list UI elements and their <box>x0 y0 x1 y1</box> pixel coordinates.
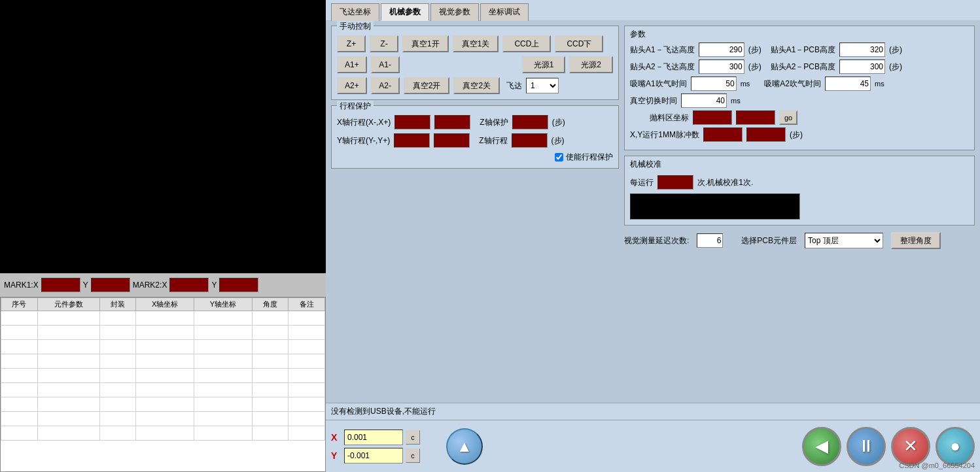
discard-x-input[interactable] <box>693 110 732 125</box>
nozzle-a1-blow-unit: ms <box>741 80 750 88</box>
feida-label: 飞达 <box>506 80 522 92</box>
vacuum-switch-input[interactable] <box>681 93 727 108</box>
param-row-blow: 吸嘴A1吹气时间 ms 吸嘴A2吹气时间 ms <box>630 76 969 91</box>
nozzle-a2-blow-unit: ms <box>875 80 884 88</box>
tab-jixie[interactable]: 机械参数 <box>381 3 429 21</box>
a1-feida-input[interactable] <box>699 42 744 57</box>
a1-minus-button[interactable]: A1- <box>371 56 400 73</box>
pause-button[interactable]: ⏸ <box>847 427 886 466</box>
table-row <box>1 311 325 326</box>
x-stroke-max-input[interactable] <box>434 115 470 129</box>
x-label: X <box>331 432 341 443</box>
light1-button[interactable]: 光源1 <box>522 56 566 73</box>
z-minus-button[interactable]: Z- <box>370 35 398 52</box>
vision-delay-input[interactable] <box>697 233 723 248</box>
xy-pulse-y-input[interactable] <box>746 127 786 142</box>
xy-pulse-x-input[interactable] <box>703 127 743 142</box>
stroke-row-x: X轴行程(X-,X+) Z轴保护 (步) <box>337 115 613 129</box>
back-icon: ◀ <box>815 436 828 456</box>
vacuum2-off-button[interactable]: 真空2关 <box>453 77 500 94</box>
ccd-up-button[interactable]: CCD上 <box>502 35 551 52</box>
stroke-protection-group: 行程保护 X轴行程(X-,X+) Z轴保护 (步) Y轴行程(Y-,Y+) <box>331 105 619 169</box>
a2-minus-button[interactable]: A2- <box>371 77 400 94</box>
a1-plus-button[interactable]: A1+ <box>337 56 367 73</box>
y-coord-row: Y c <box>331 448 420 464</box>
params-block: 参数 贴头A1－飞达高度 (步) 贴头A1－PCB高度 (步) 贴头A2－飞达高… <box>624 25 975 150</box>
a2-pcb-input[interactable] <box>839 59 885 74</box>
right-panel: 飞达坐标 机械参数 视觉参数 坐标调试 手动控制 Z+ Z- 真空1开 真空1关 <box>326 0 980 472</box>
col-note: 备注 <box>289 298 325 311</box>
z-protection-input[interactable] <box>512 115 548 129</box>
param-row-a2-feida: 贴头A2－飞达高度 (步) 贴头A2－PCB高度 (步) <box>630 59 969 74</box>
up-arrow-icon: ▲ <box>457 437 472 456</box>
manual-row-1: Z+ Z- 真空1开 真空1关 CCD上 CCD下 <box>337 35 613 52</box>
a1-pcb-input[interactable] <box>839 42 885 57</box>
bottom-bar: X c Y c ▲ ◀ ⏸ ✕ <box>326 420 980 472</box>
table-row <box>1 383 325 397</box>
x-clear-button[interactable]: c <box>406 430 420 445</box>
stop-button[interactable]: ✕ <box>891 427 930 466</box>
mark1-y-input[interactable] <box>91 278 130 292</box>
go-button[interactable]: go <box>779 110 797 125</box>
nozzle-a1-blow-input[interactable] <box>691 76 737 91</box>
calib-times-input[interactable] <box>657 175 693 190</box>
z-stroke-unit: (步) <box>551 135 565 146</box>
z-plus-button[interactable]: Z+ <box>337 35 366 52</box>
tab-shijue[interactable]: 视觉参数 <box>430 3 479 21</box>
component-table: 序号 元件参数 封装 X轴坐标 Y轴坐标 角度 备注 <box>1 297 325 441</box>
vacuum1-off-button[interactable]: 真空1关 <box>453 35 499 52</box>
back-button[interactable]: ◀ <box>802 427 841 466</box>
feida-select[interactable]: 1 2 3 <box>526 78 559 93</box>
col-y: Y轴坐标 <box>194 298 253 311</box>
table-row <box>1 354 325 369</box>
y-stroke-max-input[interactable] <box>434 133 470 148</box>
col-x: X轴坐标 <box>136 298 194 311</box>
vision-delay-label: 视觉测量延迟次数: <box>624 235 689 246</box>
vacuum2-on-button[interactable]: 真空2开 <box>404 77 450 94</box>
y-stroke-min-input[interactable] <box>394 133 430 148</box>
table-row <box>1 397 325 412</box>
pcb-layer-select[interactable]: Top 顶层 Bottom 底层 <box>805 233 883 248</box>
enable-stroke-checkbox[interactable] <box>555 153 563 161</box>
y-clear-button[interactable]: c <box>406 448 420 463</box>
arrange-angle-button[interactable]: 整理角度 <box>891 232 941 249</box>
a1-pcb-unit: (步) <box>889 44 902 56</box>
manual-row-2: A1+ A1- 光源1 光源2 <box>337 56 613 73</box>
tab-feida[interactable]: 飞达坐标 <box>331 3 379 21</box>
col-seq: 序号 <box>1 298 38 311</box>
vacuum-switch-unit: ms <box>731 97 741 105</box>
mark1-x-input[interactable] <box>41 278 80 292</box>
nozzle-a2-blow-input[interactable] <box>825 76 871 91</box>
x-coord-input[interactable] <box>344 430 403 445</box>
calib-run-label: 每运行 <box>630 177 654 188</box>
mark2-x-input[interactable] <box>169 278 209 292</box>
z-stroke-input[interactable] <box>512 133 548 148</box>
left-panel: MARK1:X Y MARK2:X Y 序号 元件参数 封装 X轴坐标 Y轴坐标… <box>0 0 326 472</box>
ccd-down-button[interactable]: CCD下 <box>555 35 603 52</box>
mark2-y-label: Y <box>211 280 217 290</box>
a1-pcb-label: 贴头A1－PCB高度 <box>771 44 835 56</box>
y-coord-input[interactable] <box>344 448 403 464</box>
a2-feida-input[interactable] <box>699 59 744 74</box>
vacuum1-on-button[interactable]: 真空1开 <box>402 35 449 52</box>
up-arrow-button[interactable]: ▲ <box>446 428 483 465</box>
a2-plus-button[interactable]: A2+ <box>337 77 367 94</box>
main-content: 手动控制 Z+ Z- 真空1开 真空1关 CCD上 CCD下 A1+ A1- <box>326 20 980 403</box>
calibration-title: 机械校准 <box>630 159 969 170</box>
mark2-y-input[interactable] <box>219 278 258 292</box>
pulse-unit: (步) <box>790 129 803 141</box>
x-stroke-min-input[interactable] <box>394 115 430 129</box>
camera-view <box>0 0 326 273</box>
status-message: 没有检测到USB设备,不能运行 <box>331 407 436 416</box>
component-table-container: 序号 元件参数 封装 X轴坐标 Y轴坐标 角度 备注 <box>0 297 326 472</box>
watermark: CSDN @m0_66554204 <box>899 462 975 469</box>
stroke-protection-title: 行程保护 <box>337 101 374 112</box>
calib-row: 每运行 次.机械校准1次. <box>630 175 969 190</box>
enable-stroke-label: 使能行程保护 <box>555 152 613 163</box>
discard-y-input[interactable] <box>736 110 775 125</box>
start-button[interactable]: ● <box>936 427 975 466</box>
mark-bar: MARK1:X Y MARK2:X Y <box>0 273 326 297</box>
light2-button[interactable]: 光源2 <box>569 56 613 73</box>
stroke-grid: X轴行程(X-,X+) Z轴保护 (步) Y轴行程(Y-,Y+) Z轴行程 <box>337 115 613 163</box>
tab-zuobiao[interactable]: 坐标调试 <box>480 3 529 21</box>
